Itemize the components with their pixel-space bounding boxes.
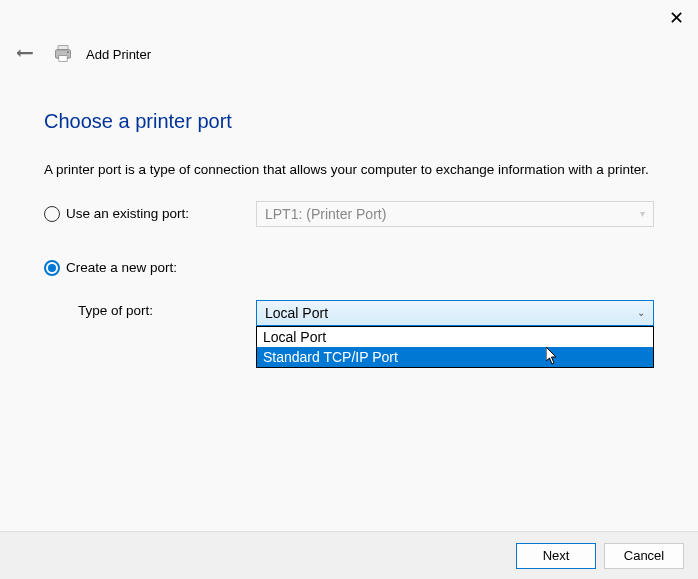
radio-unselected-icon[interactable] [44,206,60,222]
port-type-selected: Local Port [265,305,328,321]
use-existing-label: Use an existing port: [66,206,189,221]
port-type-label: Type of port: [44,300,256,318]
port-type-dropdown: Local Port Standard TCP/IP Port [256,326,654,368]
svg-rect-0 [58,46,68,50]
content-area: Choose a printer port A printer port is … [0,70,698,326]
svg-rect-2 [59,56,67,62]
option-create-new[interactable]: Create a new port: [44,254,654,282]
option-use-existing[interactable]: Use an existing port: LPT1: (Printer Por… [44,200,654,228]
existing-port-value: LPT1: (Printer Port) [265,206,386,222]
page-heading: Choose a printer port [44,110,654,133]
radio-selected-icon[interactable] [44,260,60,276]
chevron-down-icon: ▾ [640,208,645,219]
wizard-title: Add Printer [86,47,151,62]
dropdown-item-standard-tcpip[interactable]: Standard TCP/IP Port [257,347,653,367]
svg-point-3 [67,52,69,54]
cancel-button[interactable]: Cancel [604,543,684,569]
wizard-header: 🠔 Add Printer [0,0,698,70]
port-type-row: Type of port: Local Port ⌄ Local Port St… [44,300,654,326]
next-button[interactable]: Next [516,543,596,569]
close-icon[interactable]: ✕ [666,8,686,28]
back-arrow-icon[interactable]: 🠔 [10,42,40,67]
chevron-down-icon: ⌄ [637,307,645,318]
create-new-label: Create a new port: [66,260,177,275]
port-type-select[interactable]: Local Port ⌄ [256,300,654,326]
page-description: A printer port is a type of connection t… [44,161,654,180]
dropdown-item-local-port[interactable]: Local Port [257,327,653,347]
printer-icon [52,44,74,64]
existing-port-select: LPT1: (Printer Port) ▾ [256,201,654,227]
wizard-footer: Next Cancel [0,531,698,579]
